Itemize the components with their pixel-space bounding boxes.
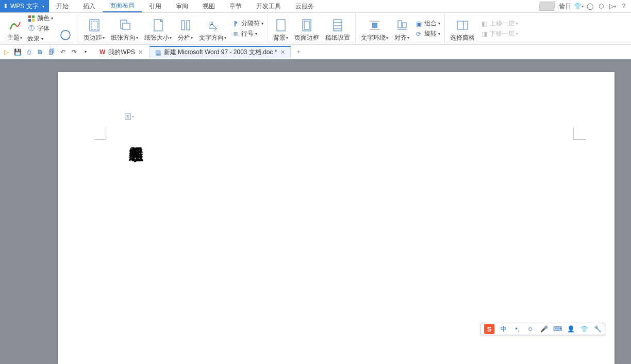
svg-rect-13 <box>277 20 285 31</box>
selection-pane-label: 选择窗格 <box>450 34 475 42</box>
ime-keyboard-icon[interactable]: ⌨ <box>553 325 561 333</box>
shield-icon[interactable]: ⬡ <box>597 2 605 10</box>
main-menu: 开始 插入 页面布局 引用 审阅 视图 章节 开发工具 云服务 <box>49 0 321 12</box>
group-button[interactable]: ▣ 组合▾ <box>413 19 441 28</box>
print-preview-icon[interactable]: 🗎 <box>36 48 44 56</box>
columns-button[interactable]: 分栏▾ <box>176 14 195 43</box>
tab-close-icon[interactable]: ✕ <box>138 49 143 56</box>
menu-section[interactable]: 章节 <box>222 0 249 12</box>
svg-rect-26 <box>457 21 468 29</box>
circle2-icon[interactable]: ▷▾ <box>608 2 617 10</box>
menu-review[interactable]: 审阅 <box>169 0 195 12</box>
orientation-button[interactable]: 纸张方向▾ <box>109 14 140 43</box>
tab-my-wps[interactable]: W 我的WPS ✕ <box>94 46 148 58</box>
background-icon <box>274 18 288 32</box>
ribbon-group-page-bg: 背景▾ 页面边框 稿纸设置 <box>268 14 356 43</box>
menu-view[interactable]: 视图 <box>195 0 222 12</box>
draft-paper-icon <box>330 18 345 32</box>
ime-user-icon[interactable]: 👤 <box>567 325 575 333</box>
fonteffect-effect-button[interactable]: 效果▾ <box>26 35 54 44</box>
menu-start[interactable]: 开始 <box>49 0 76 12</box>
save-icon[interactable]: 💾 <box>13 48 22 56</box>
help-icon[interactable]: ? <box>620 2 628 10</box>
ime-toolbar[interactable]: S 中 •ˌ ☺ 🎤 ⌨ 👤 👕 🔧 <box>480 323 605 335</box>
line-number-button[interactable]: ≣ 行号▾ <box>230 29 264 39</box>
align-button[interactable]: 对齐▾ <box>392 14 411 43</box>
qa-overflow-icon[interactable]: ▾ <box>81 48 90 56</box>
orientation-label: 纸张方向 <box>111 34 136 42</box>
user-thumb-icon[interactable] <box>539 2 556 11</box>
align-label: 对齐 <box>394 34 407 42</box>
margins-button[interactable]: 页边距▾ <box>81 14 107 43</box>
svg-rect-20 <box>372 23 377 28</box>
paper-size-button[interactable]: 纸张大小▾ <box>142 14 174 43</box>
font-label: 字体 <box>37 24 49 33</box>
menu-insert[interactable]: 插入 <box>76 0 103 12</box>
app-menu-caret-icon[interactable]: ▾ <box>41 4 46 9</box>
ime-skin-icon[interactable]: 👕 <box>580 325 588 333</box>
export-icon[interactable]: 🗐 <box>47 48 56 56</box>
menu-references[interactable]: 引用 <box>142 0 169 12</box>
separator-button[interactable]: ⁋ 分隔符▾ <box>230 19 264 28</box>
undo-icon[interactable]: ↶ <box>59 48 67 56</box>
fonteffect-font-button[interactable]: Ⓣ 字体 <box>26 24 54 34</box>
menu-cloud[interactable]: 云服务 <box>288 0 321 12</box>
circle-shape-button[interactable] <box>56 14 75 43</box>
page-border-icon <box>300 18 314 32</box>
rotate-button[interactable]: ⟳ 旋转▾ <box>413 29 441 39</box>
svg-rect-8 <box>123 23 130 29</box>
separator-icon: ⁋ <box>231 20 240 28</box>
columns-icon <box>178 18 193 32</box>
page-border-button[interactable]: 页面边框 <box>292 14 321 43</box>
tab-document[interactable]: ▤ 新建 Microsoft Word 97 - 2003 文档.doc * ✕ <box>150 46 291 58</box>
paragraph-mark[interactable]: ¶ ▾ <box>125 113 134 120</box>
bring-forward-button[interactable]: ◧ 上移一层▾ <box>479 19 519 28</box>
bring-forward-label: 上移一层 <box>490 19 514 28</box>
background-button[interactable]: 背景▾ <box>271 14 290 43</box>
page-border-label: 页面边框 <box>294 34 319 42</box>
ime-lang-label[interactable]: 中 <box>500 325 508 333</box>
quick-access-toolbar: ▷ 💾 ⎙ 🗎 🗐 ↶ ↷ ▾ <box>2 48 93 56</box>
skin-icon[interactable]: 👕▾ <box>574 2 583 10</box>
color-button[interactable]: 颜色▾ <box>26 14 54 23</box>
svg-point-4 <box>61 30 70 40</box>
ime-punct-icon[interactable]: •ˌ <box>513 325 521 333</box>
document-page[interactable]: ¶ ▾ 标题字怎么竖起来 <box>58 72 615 364</box>
redo-icon[interactable]: ↷ <box>70 48 78 56</box>
ribbon-group-arrange: 文字环绕▾ 对齐▾ ▣ 组合▾ ⟳ 旋转▾ <box>356 14 445 43</box>
svg-rect-2 <box>28 19 31 22</box>
selection-pane-button[interactable]: 选择窗格 <box>448 14 477 43</box>
margins-icon <box>87 18 102 32</box>
circle1-icon[interactable]: ◯ <box>586 2 594 10</box>
menu-devtools[interactable]: 开发工具 <box>249 0 288 12</box>
line-number-icon: ≣ <box>231 30 240 38</box>
ime-voice-icon[interactable]: 🎤 <box>540 325 548 333</box>
svg-rect-15 <box>304 21 309 29</box>
tab-document-label: 新建 Microsoft Word 97 - 2003 文档.doc * <box>164 48 277 57</box>
sogou-logo-icon[interactable]: S <box>484 324 494 334</box>
rotate-label: 旋转 <box>424 29 437 38</box>
columns-label: 分栏 <box>178 34 190 42</box>
text-wrap-label: 文字环绕 <box>361 34 386 42</box>
font-circle-icon: Ⓣ <box>27 25 36 33</box>
open-icon[interactable]: ▷ <box>2 48 10 56</box>
ime-settings-icon[interactable]: 🔧 <box>593 325 602 333</box>
send-backward-button[interactable]: ◨ 下移一层▾ <box>479 29 519 39</box>
app-brand[interactable]: ⬍ WPS 文字 ▾ <box>0 0 49 12</box>
menu-page-layout[interactable]: 页面布局 <box>103 0 142 12</box>
theme-label: 主题 <box>7 34 20 42</box>
theme-button[interactable]: 主题▾ <box>5 14 24 43</box>
svg-rect-0 <box>28 15 31 18</box>
selection-pane-icon <box>455 18 470 32</box>
svg-rect-23 <box>398 21 402 28</box>
draft-paper-button[interactable]: 稿纸设置 <box>323 14 352 43</box>
ime-emoji-icon[interactable]: ☺ <box>526 325 535 333</box>
color-label: 颜色 <box>37 14 49 23</box>
text-direction-button[interactable]: |A 文字方向▾ <box>197 14 228 43</box>
print-icon[interactable]: ⎙ <box>25 48 33 56</box>
add-tab-button[interactable]: ＋ <box>294 47 303 57</box>
text-wrap-button[interactable]: 文字环绕▾ <box>359 14 390 43</box>
tab-close-icon[interactable]: ✕ <box>280 49 285 56</box>
paper-size-label: 纸张大小 <box>144 34 169 42</box>
app-name: WPS 文字 <box>10 2 39 11</box>
